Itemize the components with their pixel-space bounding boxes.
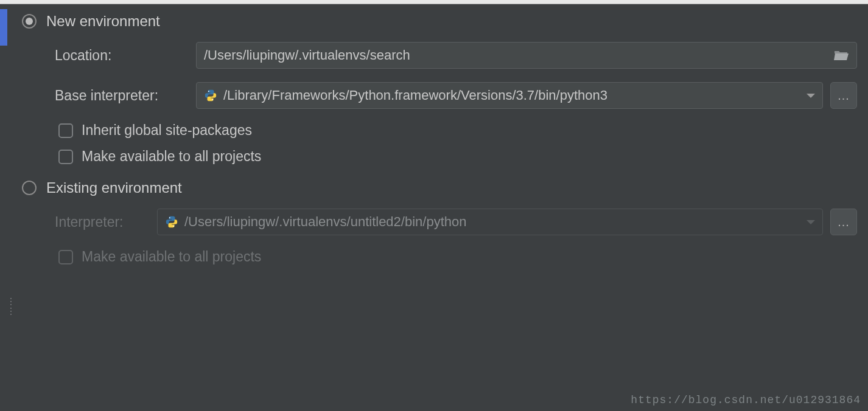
- existing-environment-label: Existing environment: [46, 179, 182, 196]
- browse-base-button[interactable]: ...: [830, 82, 857, 109]
- new-environment-label: New environment: [46, 13, 160, 30]
- existing-environment-radio-row[interactable]: Existing environment: [22, 179, 857, 196]
- chevron-down-icon: [807, 94, 815, 98]
- python-icon: [165, 215, 178, 229]
- location-value: /Users/liupingw/.virtualenvs/search: [204, 47, 822, 63]
- sidebar-active-tab[interactable]: [0, 9, 7, 46]
- radio-icon: [22, 14, 37, 29]
- make-available-existing-label: Make available to all projects: [82, 249, 261, 265]
- base-interpreter-value: /Library/Frameworks/Python.framework/Ver…: [223, 88, 800, 103]
- location-input[interactable]: /Users/liupingw/.virtualenvs/search: [196, 42, 857, 69]
- base-interpreter-row: Base interpreter: /Library/Frameworks/Py…: [55, 82, 857, 109]
- browse-interpreter-button[interactable]: ...: [830, 209, 857, 235]
- drag-handle-icon[interactable]: [10, 298, 14, 315]
- svg-point-2: [169, 217, 170, 218]
- svg-point-3: [173, 226, 174, 227]
- make-available-existing-row: Make available to all projects: [58, 249, 857, 265]
- chevron-down-icon: [807, 220, 815, 224]
- dialog-content: New environment Location: /Users/liuping…: [0, 4, 868, 265]
- make-available-new-label: Make available to all projects: [82, 148, 261, 165]
- checkbox-icon: [58, 123, 73, 138]
- folder-open-icon[interactable]: [833, 49, 849, 61]
- inherit-global-label: Inherit global site-packages: [82, 122, 252, 139]
- radio-icon: [22, 181, 37, 195]
- window-titlebar: [0, 0, 868, 4]
- interpreter-select[interactable]: /Users/liupingw/.virtualenvs/untitled2/b…: [157, 209, 823, 235]
- location-label: Location:: [55, 47, 196, 64]
- checkbox-icon: [58, 150, 73, 164]
- inherit-global-row[interactable]: Inherit global site-packages: [58, 122, 857, 139]
- svg-point-0: [208, 91, 209, 92]
- interpreter-value: /Users/liupingw/.virtualenvs/untitled2/b…: [184, 214, 800, 230]
- svg-point-1: [212, 99, 213, 100]
- checkbox-icon: [58, 250, 73, 264]
- interpreter-row: Interpreter: /Users/liupingw/.virtualenv…: [55, 209, 857, 235]
- python-icon: [204, 89, 217, 102]
- interpreter-label: Interpreter:: [55, 214, 157, 230]
- existing-environment-form: Interpreter: /Users/liupingw/.virtualenv…: [55, 209, 857, 265]
- base-interpreter-select[interactable]: /Library/Frameworks/Python.framework/Ver…: [196, 82, 823, 109]
- watermark-text: https://blog.csdn.net/u012931864: [631, 394, 861, 406]
- new-environment-form: Location: /Users/liupingw/.virtualenvs/s…: [55, 42, 857, 165]
- new-environment-radio-row[interactable]: New environment: [22, 13, 857, 30]
- location-row: Location: /Users/liupingw/.virtualenvs/s…: [55, 42, 857, 69]
- make-available-new-row[interactable]: Make available to all projects: [58, 148, 857, 165]
- base-interpreter-label: Base interpreter:: [55, 88, 196, 104]
